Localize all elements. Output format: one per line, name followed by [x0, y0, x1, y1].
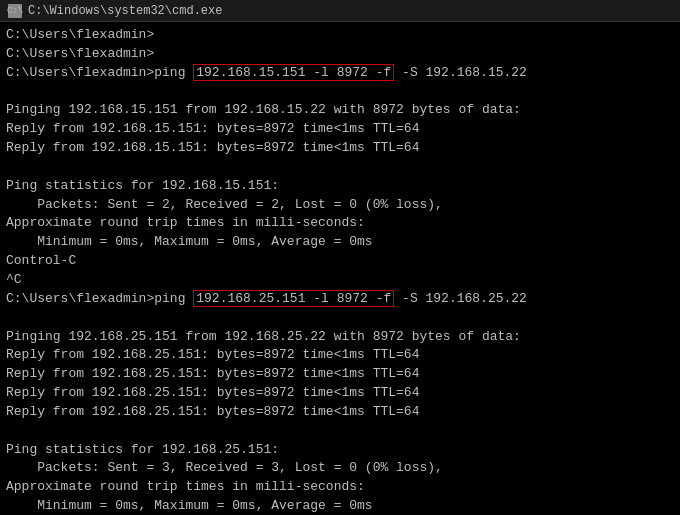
terminal-line: Control-C [6, 252, 674, 271]
cmd-icon: C:\ [8, 4, 22, 18]
terminal-line: Reply from 192.168.25.151: bytes=8972 ti… [6, 403, 674, 422]
terminal-line: Reply from 192.168.15.151: bytes=8972 ti… [6, 120, 674, 139]
empty-line [6, 158, 674, 177]
ping-command-line: C:\Users\flexadmin>ping 192.168.25.151 -… [6, 290, 674, 309]
terminal-line: C:\Users\flexadmin> [6, 26, 674, 45]
command-prefix: C:\Users\flexadmin>ping [6, 65, 193, 80]
terminal-body: C:\Users\flexadmin>C:\Users\flexadmin>C:… [0, 22, 680, 515]
terminal-line: Reply from 192.168.25.151: bytes=8972 ti… [6, 384, 674, 403]
terminal-line: ^C [6, 271, 674, 290]
terminal-line: Approximate round trip times in milli-se… [6, 478, 674, 497]
terminal-line: C:\Users\flexadmin> [6, 45, 674, 64]
command-prefix: C:\Users\flexadmin>ping [6, 291, 193, 306]
terminal-line: Packets: Sent = 2, Received = 2, Lost = … [6, 196, 674, 215]
empty-line [6, 309, 674, 328]
empty-line [6, 422, 674, 441]
command-suffix: -S 192.168.25.22 [394, 291, 527, 306]
terminal-line: Minimum = 0ms, Maximum = 0ms, Average = … [6, 497, 674, 515]
command-suffix: -S 192.168.15.22 [394, 65, 527, 80]
terminal-line: Packets: Sent = 3, Received = 3, Lost = … [6, 459, 674, 478]
highlighted-args: 192.168.25.151 -l 8972 -f [193, 290, 394, 307]
ping-command-line: C:\Users\flexadmin>ping 192.168.15.151 -… [6, 64, 674, 83]
terminal-line: Reply from 192.168.25.151: bytes=8972 ti… [6, 346, 674, 365]
terminal-line: Minimum = 0ms, Maximum = 0ms, Average = … [6, 233, 674, 252]
terminal-line: Ping statistics for 192.168.25.151: [6, 441, 674, 460]
terminal-line: Ping statistics for 192.168.15.151: [6, 177, 674, 196]
window-title: C:\Windows\system32\cmd.exe [28, 4, 222, 18]
title-bar: C:\ C:\Windows\system32\cmd.exe [0, 0, 680, 22]
terminal-line: Reply from 192.168.15.151: bytes=8972 ti… [6, 139, 674, 158]
terminal-line: Pinging 192.168.15.151 from 192.168.15.2… [6, 101, 674, 120]
highlighted-args: 192.168.15.151 -l 8972 -f [193, 64, 394, 81]
terminal-line: Reply from 192.168.25.151: bytes=8972 ti… [6, 365, 674, 384]
empty-line [6, 83, 674, 102]
terminal-line: Approximate round trip times in milli-se… [6, 214, 674, 233]
terminal-line: Pinging 192.168.25.151 from 192.168.25.2… [6, 328, 674, 347]
